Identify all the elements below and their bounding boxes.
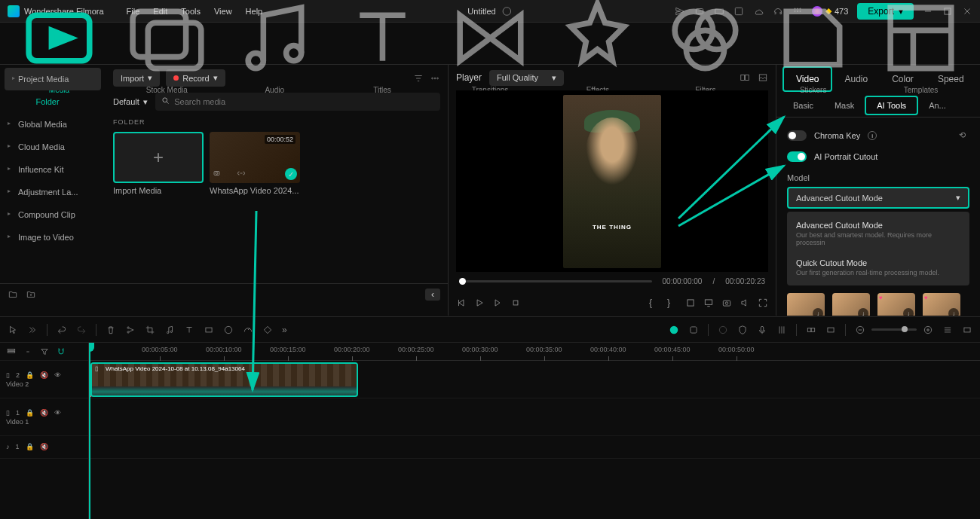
- module-stock-media[interactable]: Stock Media: [121, 0, 213, 94]
- nav-influence-kit[interactable]: Influence Kit: [0, 158, 106, 181]
- more-icon[interactable]: [430, 73, 440, 84]
- split-icon[interactable]: [125, 325, 136, 335]
- compare-icon[interactable]: [740, 72, 750, 83]
- mute-icon[interactable]: 🔇: [40, 409, 48, 417]
- eye-icon[interactable]: 👁: [54, 371, 61, 379]
- track-lane-audio[interactable]: [89, 436, 980, 459]
- reset-chroma-icon[interactable]: ⟲: [959, 130, 969, 141]
- nav-adjustment-layer[interactable]: Adjustment La...: [0, 181, 106, 203]
- nav-image-to-video[interactable]: Image to Video: [0, 226, 106, 249]
- module-stickers[interactable]: Stickers: [767, 0, 859, 94]
- zoom-handle[interactable]: [902, 326, 908, 332]
- next-frame-icon[interactable]: [492, 298, 503, 308]
- info-icon[interactable]: i: [868, 131, 877, 140]
- group-icon[interactable]: [806, 325, 816, 335]
- track-lane-video2[interactable]: ▯ WhatsApp Video 2024-10-08 at 10.13.08_…: [89, 361, 980, 398]
- list-view-icon[interactable]: [942, 325, 953, 335]
- model-option-quick[interactable]: Quick Cutout Mode Our first generation r…: [787, 252, 969, 282]
- timeline-clip[interactable]: ▯ WhatsApp Video 2024-10-08 at 10.13.08_…: [90, 362, 358, 397]
- ripple-tool-icon[interactable]: [27, 325, 38, 335]
- crop-icon[interactable]: [145, 325, 155, 335]
- new-folder-plus-icon[interactable]: [26, 289, 36, 300]
- timeline-ruler[interactable]: 00:00:05:00 00:00:10:00 00:00:15:00 00:0…: [89, 343, 980, 361]
- mixer-icon[interactable]: [776, 325, 787, 335]
- subtab-basic[interactable]: Basic: [782, 97, 824, 114]
- display-icon[interactable]: [703, 298, 714, 308]
- snapshot-icon[interactable]: [721, 298, 732, 308]
- nav-folder[interactable]: Folder: [0, 90, 106, 113]
- track-head-video2[interactable]: ▯ 2 🔒 🔇 👁 Video 2: [0, 361, 88, 398]
- sort-dropdown[interactable]: Default ▾: [113, 96, 148, 108]
- mute-icon[interactable]: 🔇: [40, 443, 48, 450]
- fit-icon[interactable]: [962, 325, 972, 335]
- picture-icon[interactable]: [758, 72, 768, 83]
- media-clip-tile[interactable]: 00:00:52 ✓ WhatsApp Video 2024...: [210, 132, 300, 195]
- eye-icon[interactable]: 👁: [54, 409, 61, 417]
- speed-icon[interactable]: [204, 325, 214, 335]
- lock-icon[interactable]: 🔒: [26, 409, 34, 417]
- track-head-audio[interactable]: ♪ 1 🔒 🔇: [0, 436, 88, 459]
- module-transitions[interactable]: Transitions: [445, 0, 536, 94]
- more-tools-icon[interactable]: »: [282, 325, 292, 335]
- zoom-slider[interactable]: [871, 328, 917, 331]
- import-media-tile[interactable]: + Import Media: [113, 132, 204, 195]
- ai-badge-icon[interactable]: [669, 325, 679, 335]
- module-filters[interactable]: Filters: [660, 0, 751, 94]
- track-lane-video1[interactable]: [89, 398, 980, 436]
- lock-icon[interactable]: 🔒: [26, 371, 34, 379]
- nav-global-media[interactable]: Global Media: [0, 113, 106, 136]
- zoom-out-icon[interactable]: [855, 325, 865, 335]
- player-viewport[interactable]: THE THING: [456, 90, 768, 272]
- model-select[interactable]: Advanced Cutout Mode ▾: [787, 187, 969, 209]
- scrub-handle[interactable]: [459, 278, 466, 285]
- redo-icon[interactable]: [76, 325, 87, 335]
- subtab-animation[interactable]: An...: [918, 97, 957, 114]
- track-link-icon[interactable]: [23, 347, 33, 357]
- music-note-icon[interactable]: [164, 325, 175, 335]
- track-filter-icon[interactable]: [39, 347, 50, 357]
- zoom-in-icon[interactable]: [923, 325, 933, 335]
- style-neon[interactable]: ↓Neon Bo...: [787, 293, 825, 316]
- nav-project-media[interactable]: Project Media: [5, 68, 101, 90]
- filter-icon[interactable]: [413, 73, 424, 84]
- magnet-icon[interactable]: [56, 347, 66, 357]
- play-icon[interactable]: [474, 298, 485, 308]
- search-input[interactable]: [155, 93, 440, 111]
- undo-icon[interactable]: [57, 325, 67, 335]
- chroma-key-toggle[interactable]: [787, 130, 807, 141]
- mic-icon[interactable]: [757, 325, 767, 335]
- model-option-advanced[interactable]: Advanced Cutout Mode Our best and smarte…: [787, 215, 969, 252]
- mark-in-icon[interactable]: {: [649, 298, 660, 308]
- track-menu-icon[interactable]: [6, 347, 17, 357]
- new-folder-icon[interactable]: [8, 289, 18, 300]
- scrub-bar[interactable]: [459, 280, 652, 282]
- text-icon[interactable]: [184, 325, 194, 335]
- delete-icon[interactable]: [106, 325, 116, 335]
- shield-icon[interactable]: [737, 325, 748, 335]
- module-audio[interactable]: Audio: [229, 0, 320, 94]
- mark-out-icon[interactable]: }: [667, 298, 678, 308]
- nav-compound-clip[interactable]: Compound Clip: [0, 203, 106, 226]
- subtab-mask[interactable]: Mask: [824, 97, 865, 114]
- mute-icon[interactable]: 🔇: [40, 371, 48, 379]
- ai-portrait-toggle[interactable]: [787, 151, 807, 162]
- module-effects[interactable]: Effects: [552, 0, 643, 94]
- style-human[interactable]: ↓Human ...: [832, 293, 870, 316]
- color-icon[interactable]: [223, 325, 234, 335]
- module-templates[interactable]: Templates: [875, 0, 966, 94]
- lock-icon[interactable]: 🔒: [26, 443, 34, 450]
- playhead[interactable]: [89, 343, 90, 519]
- aspect-icon[interactable]: [825, 325, 836, 335]
- marker-menu-icon[interactable]: [685, 298, 696, 308]
- style-solid[interactable]: ♥↓Solid Bor...: [877, 293, 915, 316]
- smart-icon[interactable]: [688, 325, 699, 335]
- collapse-panel-button[interactable]: ‹: [425, 289, 440, 301]
- stop-icon[interactable]: [510, 298, 521, 308]
- cursor-tool-icon[interactable]: [8, 325, 18, 335]
- prev-frame-icon[interactable]: [456, 298, 467, 308]
- fullscreen-icon[interactable]: [758, 298, 768, 308]
- subtab-ai-tools[interactable]: AI Tools: [865, 96, 918, 115]
- volume-icon[interactable]: [740, 298, 750, 308]
- search-field[interactable]: [174, 97, 434, 106]
- cloud-icon[interactable]: [753, 6, 764, 17]
